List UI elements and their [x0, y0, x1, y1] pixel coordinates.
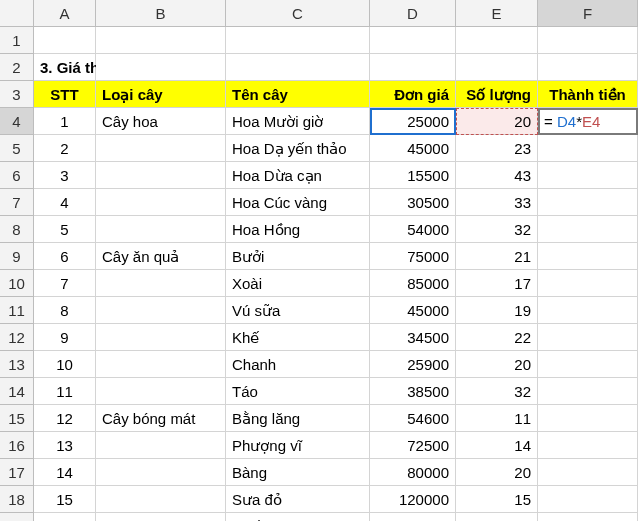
cell-dongia-13[interactable]: 25900	[370, 351, 456, 378]
cell-thanhtien-5[interactable]	[538, 135, 638, 162]
cell-stt-10[interactable]: 7	[34, 270, 96, 297]
cell-dongia-8[interactable]: 54000	[370, 216, 456, 243]
cell-thanhtien-13[interactable]	[538, 351, 638, 378]
cell-dongia-17[interactable]: 80000	[370, 459, 456, 486]
cell-ten-9[interactable]: Bưởi	[226, 243, 370, 270]
cell-loai-4[interactable]: Cây hoa	[96, 108, 226, 135]
row-header-7[interactable]: 7	[0, 189, 34, 216]
row-header-9[interactable]: 9	[0, 243, 34, 270]
cell-dongia-19[interactable]: 65000	[370, 513, 456, 521]
cell-soluong-17[interactable]: 20	[456, 459, 538, 486]
row-header-6[interactable]: 6	[0, 162, 34, 189]
cell-f2[interactable]	[538, 54, 638, 81]
cell-e1[interactable]	[456, 27, 538, 54]
cell-loai-11[interactable]	[96, 297, 226, 324]
cell-dongia-4[interactable]: 25000	[370, 108, 456, 135]
cell-loai-9[interactable]: Cây ăn quả	[96, 243, 226, 270]
cell-stt-9[interactable]: 6	[34, 243, 96, 270]
spreadsheet[interactable]: A B C D E F 1 2 3. Giá thành các loại câ…	[0, 0, 640, 521]
select-all-corner[interactable]	[0, 0, 34, 27]
cell-thanhtien-6[interactable]	[538, 162, 638, 189]
cell-stt-13[interactable]: 10	[34, 351, 96, 378]
cell-ten-15[interactable]: Bằng lăng	[226, 405, 370, 432]
cell-dongia-15[interactable]: 54600	[370, 405, 456, 432]
row-header-2[interactable]: 2	[0, 54, 34, 81]
cell-stt-14[interactable]: 11	[34, 378, 96, 405]
row-header-15[interactable]: 15	[0, 405, 34, 432]
cell-dongia-7[interactable]: 30500	[370, 189, 456, 216]
cell-e2[interactable]	[456, 54, 538, 81]
cell-loai-12[interactable]	[96, 324, 226, 351]
cell-ten-7[interactable]: Hoa Cúc vàng	[226, 189, 370, 216]
cell-stt-11[interactable]: 8	[34, 297, 96, 324]
cell-thanhtien-8[interactable]	[538, 216, 638, 243]
cell-b1[interactable]	[96, 27, 226, 54]
cell-soluong-5[interactable]: 23	[456, 135, 538, 162]
cell-soluong-12[interactable]: 22	[456, 324, 538, 351]
row-header-1[interactable]: 1	[0, 27, 34, 54]
col-header-e[interactable]: E	[456, 0, 538, 27]
cell-thanhtien-15[interactable]	[538, 405, 638, 432]
cell-soluong-9[interactable]: 21	[456, 243, 538, 270]
cell-stt-7[interactable]: 4	[34, 189, 96, 216]
row-header-4[interactable]: 4	[0, 108, 34, 135]
cell-ten-10[interactable]: Xoài	[226, 270, 370, 297]
cell-d1[interactable]	[370, 27, 456, 54]
cell-soluong-16[interactable]: 14	[456, 432, 538, 459]
cell-dongia-12[interactable]: 34500	[370, 324, 456, 351]
cell-ten-5[interactable]: Hoa Dạ yến thảo	[226, 135, 370, 162]
cell-ten-17[interactable]: Bàng	[226, 459, 370, 486]
cell-stt-5[interactable]: 2	[34, 135, 96, 162]
hdr-loai[interactable]: Loại cây	[96, 81, 226, 108]
row-header-11[interactable]: 11	[0, 297, 34, 324]
cell-dongia-5[interactable]: 45000	[370, 135, 456, 162]
cell-loai-6[interactable]	[96, 162, 226, 189]
cell-soluong-18[interactable]: 15	[456, 486, 538, 513]
cell-c2[interactable]	[226, 54, 370, 81]
cell-dongia-6[interactable]: 15500	[370, 162, 456, 189]
cell-stt-8[interactable]: 5	[34, 216, 96, 243]
cell-loai-5[interactable]	[96, 135, 226, 162]
title-cell[interactable]: 3. Giá thành các loại cây	[34, 54, 96, 81]
cell-thanhtien-10[interactable]	[538, 270, 638, 297]
col-header-b[interactable]: B	[96, 0, 226, 27]
cell-stt-18[interactable]: 15	[34, 486, 96, 513]
col-header-a[interactable]: A	[34, 0, 96, 27]
cell-loai-14[interactable]	[96, 378, 226, 405]
cell-thanhtien-4[interactable]: = D4*E4	[538, 108, 638, 135]
row-header-13[interactable]: 13	[0, 351, 34, 378]
col-header-c[interactable]: C	[226, 0, 370, 27]
cell-ten-16[interactable]: Phượng vĩ	[226, 432, 370, 459]
cell-soluong-7[interactable]: 33	[456, 189, 538, 216]
cell-f1[interactable]	[538, 27, 638, 54]
row-header-3[interactable]: 3	[0, 81, 34, 108]
row-header-12[interactable]: 12	[0, 324, 34, 351]
cell-soluong-13[interactable]: 20	[456, 351, 538, 378]
cell-loai-15[interactable]: Cây bóng mát	[96, 405, 226, 432]
cell-thanhtien-18[interactable]	[538, 486, 638, 513]
col-header-f[interactable]: F	[538, 0, 638, 27]
cell-dongia-10[interactable]: 85000	[370, 270, 456, 297]
cell-dongia-14[interactable]: 38500	[370, 378, 456, 405]
row-header-18[interactable]: 18	[0, 486, 34, 513]
cell-ten-12[interactable]: Khế	[226, 324, 370, 351]
cell-a1[interactable]	[34, 27, 96, 54]
col-header-d[interactable]: D	[370, 0, 456, 27]
cell-loai-18[interactable]	[96, 486, 226, 513]
cell-soluong-4[interactable]: 20	[456, 108, 538, 135]
cell-thanhtien-12[interactable]	[538, 324, 638, 351]
cell-ten-11[interactable]: Vú sữa	[226, 297, 370, 324]
cell-loai-8[interactable]	[96, 216, 226, 243]
cell-ten-14[interactable]: Táo	[226, 378, 370, 405]
cell-thanhtien-9[interactable]	[538, 243, 638, 270]
hdr-stt[interactable]: STT	[34, 81, 96, 108]
cell-ten-4[interactable]: Hoa Mười giờ	[226, 108, 370, 135]
cell-thanhtien-17[interactable]	[538, 459, 638, 486]
cell-soluong-19[interactable]: 16	[456, 513, 538, 521]
row-header-5[interactable]: 5	[0, 135, 34, 162]
cell-ten-19[interactable]: Muồng	[226, 513, 370, 521]
hdr-thanhtien[interactable]: Thành tiền	[538, 81, 638, 108]
cell-d2[interactable]	[370, 54, 456, 81]
cell-stt-4[interactable]: 1	[34, 108, 96, 135]
cell-ten-8[interactable]: Hoa Hồng	[226, 216, 370, 243]
